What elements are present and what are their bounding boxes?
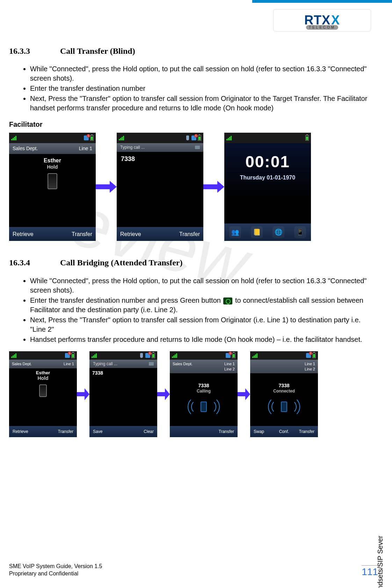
signal-icon: [119, 135, 124, 140]
softkey-retrieve[interactable]: Retrieve: [9, 429, 43, 434]
call-state: Hold: [47, 164, 58, 170]
logo-subtext: TELECOM: [306, 25, 338, 30]
softkey-swap[interactable]: Swap: [250, 429, 274, 434]
battery-icon: [232, 353, 235, 358]
page-number: 111: [362, 565, 378, 578]
softkey-transfer[interactable]: Transfer: [43, 429, 77, 434]
call-badge-2-icon: [226, 353, 231, 358]
mic-icon: [139, 353, 144, 358]
call-state: Connected: [273, 388, 295, 394]
call-badge-icon: [191, 135, 196, 140]
list-item: Enter the transfer destination number an…: [30, 296, 371, 315]
phone-screen-idle: 00:01 Thursday 01-01-1970 👥 📒 🌐 📱: [224, 133, 311, 241]
battery-icon: [312, 353, 316, 358]
signal-icon: [226, 135, 232, 140]
call-state: Calling: [197, 388, 211, 394]
signal-icon: [252, 353, 257, 358]
green-call-button-icon: [223, 297, 232, 304]
softkey-save[interactable]: Save: [89, 429, 123, 434]
facilitator-label: Facilitator: [9, 120, 371, 129]
dialed-number[interactable]: 7338: [117, 152, 203, 166]
section-title: Call Bridging (Attended Transfer): [60, 258, 182, 267]
call-state: Hold: [37, 375, 48, 382]
softkey-retrieve[interactable]: Retrieve: [117, 230, 160, 238]
line2-label: Line 2: [305, 367, 315, 372]
section-title: Call Transfer (Blind): [60, 46, 135, 56]
idle-clock: 00:01: [245, 151, 290, 172]
contacts-icon[interactable]: [149, 361, 154, 366]
signal-icon: [11, 135, 16, 140]
signal-icon: [172, 353, 177, 358]
list-item: While "Connected", press the Hold option…: [30, 276, 371, 295]
list-item: Next, Press the "Transfer" option to tra…: [30, 315, 371, 334]
battery-icon: [305, 135, 309, 141]
chapter-text: Operation Setup – Bases/Handsets/SIP Sev…: [376, 536, 384, 588]
flow-arrow-icon: [157, 388, 170, 400]
typing-label: Typing call ...: [93, 361, 117, 367]
signal-icon: [11, 353, 16, 358]
idle-date: Thursday 01-01-1970: [240, 174, 295, 182]
handset-icon[interactable]: 📱: [294, 226, 306, 238]
softkey-transfer[interactable]: Transfer: [204, 429, 238, 434]
typing-label: Typing call ...: [120, 145, 145, 150]
dept-label: Sales Dept.: [12, 361, 32, 367]
footer-info: SME VoIP System Guide, Version 1.5 Propr…: [9, 563, 102, 578]
softkey-clear[interactable]: Clear: [123, 429, 157, 434]
globe-icon[interactable]: 🌐: [273, 226, 284, 238]
mic-icon: [185, 135, 190, 140]
line-label: Line 1: [79, 145, 92, 152]
connected-waves-icon: [270, 396, 298, 417]
flow-arrow-icon: [96, 181, 117, 193]
directory-icon[interactable]: 📒: [251, 226, 263, 238]
contacts-icon[interactable]: 👥: [229, 226, 241, 238]
dept-label: Sales Dept.: [173, 361, 193, 367]
softkey-conf[interactable]: Conf.: [274, 429, 294, 434]
section-heading-16-3-4: 16.3.4 Call Bridging (Attended Transfer): [9, 257, 371, 268]
call-badge-icon: [145, 353, 150, 358]
phone-screen-calling: Sales Dept. Line 1 Line 2 7338 Calling T…: [170, 351, 238, 437]
battery-icon: [71, 353, 75, 358]
caller-name: Esther: [44, 157, 61, 164]
softkey-transfer[interactable]: Transfer: [52, 230, 96, 238]
dept-label: Sales Dept.: [13, 145, 38, 152]
flow-arrow-icon: [203, 181, 224, 193]
header-accent-bar: [252, 0, 392, 3]
dialed-number[interactable]: 7338: [89, 368, 157, 378]
screenshot-row-1: Sales Dept. Line 1 Esther Hold Retrieve …: [9, 133, 371, 241]
battery-icon: [90, 135, 94, 141]
softkey-retrieve[interactable]: Retrieve: [9, 230, 52, 238]
phone-screen-hold: Sales Dept. Line 1 Esther Hold Retrieve …: [9, 351, 77, 437]
line2-label: Line 2: [224, 367, 235, 372]
line1-label: Line 1: [305, 361, 315, 367]
bullet-list-2: While "Connected", press the Hold option…: [9, 276, 371, 344]
list-item: Enter the transfer destination number: [30, 84, 371, 93]
call-badge-icon: [65, 353, 70, 358]
battery-icon: [152, 353, 155, 358]
list-item: Next, Press the "Transfer" option to tra…: [30, 94, 371, 113]
phone-screen-connected: Line 1 Line 2 7338 Connected Swap Conf. …: [250, 351, 318, 437]
calling-waves-icon: [190, 396, 218, 417]
call-badge-2-icon: [306, 353, 311, 358]
call-badge-icon: [84, 135, 89, 140]
handset-icon: [48, 173, 57, 189]
bullet-list-1: While "Connected", press the Hold option…: [9, 64, 371, 113]
section-number: 16.3.3: [9, 45, 58, 57]
call-number: 7338: [198, 382, 209, 389]
chapter-side-label: Chapter: Operation Setup – Bases/Handset…: [376, 536, 384, 588]
section-heading-16-3-3: 16.3.3 Call Transfer (Blind): [9, 45, 371, 57]
phone-screen-hold: Sales Dept. Line 1 Esther Hold Retrieve …: [9, 133, 96, 241]
list-item: Handset performs transfer procedure and …: [30, 335, 371, 344]
handset-icon: [39, 384, 47, 397]
brand-logo: RTXX TELECOM: [273, 9, 371, 31]
softkey-transfer[interactable]: Transfer: [160, 230, 203, 238]
battery-icon: [198, 135, 201, 141]
contacts-icon[interactable]: [195, 145, 200, 150]
footer-title: SME VoIP System Guide, Version 1.5: [9, 563, 102, 570]
footer-confidential: Proprietary and Confidential: [9, 570, 102, 578]
signal-icon: [92, 353, 97, 358]
flow-arrow-icon: [77, 388, 89, 400]
screenshot-row-2: Sales Dept. Line 1 Esther Hold Retrieve …: [9, 351, 371, 437]
section-number: 16.3.4: [9, 257, 58, 268]
phone-screen-typing: Typing call ... 7338 Save Clear: [89, 351, 157, 437]
softkey-transfer[interactable]: Transfer: [294, 429, 318, 434]
